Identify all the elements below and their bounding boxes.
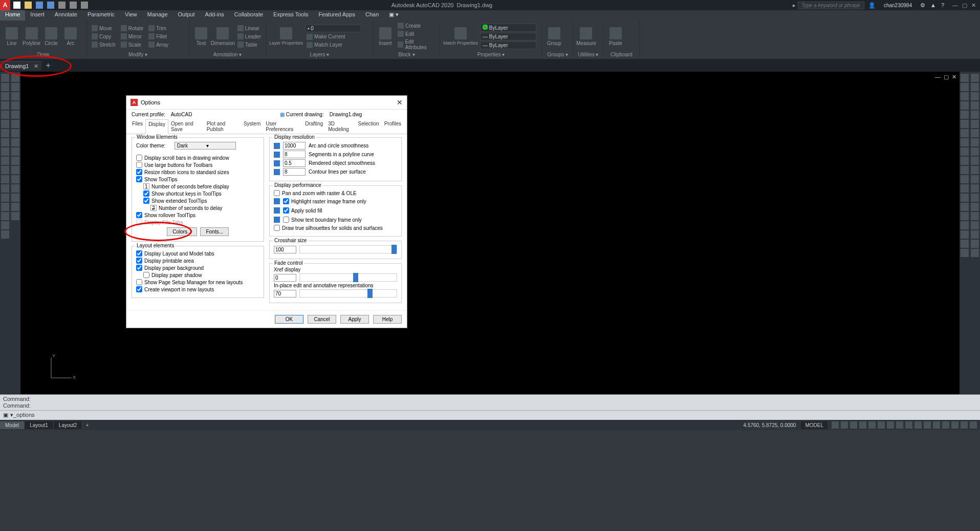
dtab-3d[interactable]: 3D Modeling	[325, 119, 355, 134]
tool-icon[interactable]	[1, 230, 9, 239]
canvas-minimize-icon[interactable]: —	[935, 74, 941, 80]
silhouettes-checkbox[interactable]: Draw true silhouettes for solids and sur…	[274, 225, 397, 231]
tab-parametric[interactable]: Parametric	[82, 10, 120, 20]
tool-icon[interactable]	[971, 111, 979, 119]
tool-icon[interactable]	[961, 74, 969, 82]
tool-icon[interactable]	[1, 83, 9, 91]
tool-icon[interactable]	[961, 221, 969, 229]
status-icon[interactable]	[832, 421, 839, 429]
array-button[interactable]: Array	[147, 41, 170, 48]
xref-fade-slider[interactable]	[299, 273, 397, 282]
dtab-drafting[interactable]: Drafting	[302, 119, 325, 134]
tool-icon[interactable]	[11, 203, 19, 211]
tool-icon[interactable]	[971, 184, 979, 193]
status-icon[interactable]	[868, 421, 876, 429]
insert-block-button[interactable]: Insert	[377, 27, 394, 46]
dimension-button[interactable]: Dimension	[212, 27, 234, 46]
tab-featured[interactable]: Featured Apps	[313, 10, 360, 20]
tab-express[interactable]: Express Tools	[268, 10, 313, 20]
layout-tabs-checkbox[interactable]: Display Layout and Model tabs	[136, 250, 259, 257]
saveas-icon[interactable]	[47, 2, 54, 9]
tool-icon[interactable]	[1, 184, 9, 193]
add-layout-button[interactable]: +	[82, 422, 92, 428]
tool-icon[interactable]	[11, 212, 19, 220]
tool-icon[interactable]	[1, 138, 9, 146]
autocad-logo-icon[interactable]: A	[0, 0, 10, 10]
arc-smoothness-input[interactable]	[283, 142, 306, 150]
dtab-display[interactable]: Display	[145, 119, 168, 134]
tool-icon[interactable]	[971, 230, 979, 239]
rotate-button[interactable]: Rotate	[119, 25, 145, 32]
status-icon[interactable]	[961, 421, 968, 429]
tool-icon[interactable]	[11, 101, 19, 110]
new-tab-button[interactable]: +	[41, 61, 54, 70]
table-button[interactable]: Table	[236, 41, 263, 48]
status-icon[interactable]	[942, 421, 949, 429]
layers-panel-title[interactable]: Layers ▾	[269, 51, 370, 58]
canvas-close-icon[interactable]: ✕	[952, 74, 956, 80]
tool-icon[interactable]	[1, 175, 9, 183]
shortcut-keys-checkbox[interactable]: Show shortcut keys in ToolTips	[143, 190, 259, 197]
tool-icon[interactable]	[1, 101, 9, 110]
utilities-panel-title[interactable]: Utilities ▾	[576, 51, 600, 58]
undo-icon[interactable]	[58, 2, 66, 9]
tab-addins[interactable]: Add-ins	[200, 10, 229, 20]
tool-icon[interactable]	[1, 157, 9, 165]
tool-icon[interactable]	[11, 120, 19, 128]
status-icon[interactable]	[905, 421, 912, 429]
close-tab-icon[interactable]: ✕	[34, 63, 38, 70]
tool-icon[interactable]	[11, 175, 19, 183]
apply-button[interactable]: Apply	[340, 315, 369, 324]
tool-icon[interactable]	[11, 74, 19, 82]
highlight-raster-checkbox[interactable]: Highlight raster image frame only	[283, 198, 366, 204]
help-button[interactable]: Help	[373, 315, 402, 324]
line-button[interactable]: Line	[3, 27, 20, 46]
inplace-fade-input[interactable]	[274, 290, 296, 298]
largebuttons-checkbox[interactable]: Use large buttons for Toolbars	[136, 162, 259, 168]
draw-panel-title[interactable]: Draw	[3, 51, 83, 58]
clipboard-panel-title[interactable]: Clipboard	[607, 51, 636, 58]
create-block-button[interactable]: Create	[396, 22, 437, 29]
cancel-button[interactable]: Cancel	[308, 315, 336, 324]
extended-tooltips-checkbox[interactable]: Show extended ToolTips	[143, 198, 259, 204]
status-icon[interactable]	[914, 421, 922, 429]
lineweight-dropdown[interactable]: — ByLayer	[480, 41, 536, 49]
crosshair-slider[interactable]	[299, 245, 397, 253]
signin-icon[interactable]: 👤	[868, 2, 876, 9]
fonts-button[interactable]: Fonts...	[200, 227, 228, 236]
app-icon[interactable]: ▲	[930, 2, 936, 9]
solid-fill-checkbox[interactable]: Apply solid fill	[283, 207, 322, 214]
mirror-button[interactable]: Mirror	[119, 33, 145, 40]
tool-icon[interactable]	[971, 74, 979, 82]
tool-icon[interactable]	[971, 83, 979, 91]
minimize-button[interactable]: —	[952, 2, 958, 9]
scale-button[interactable]: Scale	[119, 41, 145, 48]
tooltips-checkbox[interactable]: Show ToolTips	[136, 176, 259, 182]
polyline-segments-input[interactable]	[283, 151, 306, 158]
rollover-tooltips-checkbox[interactable]: Show rollover ToolTips	[136, 212, 259, 218]
status-icon[interactable]	[924, 421, 931, 429]
tool-icon[interactable]	[1, 74, 9, 82]
annotation-panel-title[interactable]: Annotation ▾	[192, 51, 263, 58]
print-icon[interactable]	[81, 2, 88, 9]
status-icon[interactable]	[887, 421, 894, 429]
tool-icon[interactable]	[961, 92, 969, 100]
tool-icon[interactable]	[961, 157, 969, 165]
tool-icon[interactable]	[1, 92, 9, 100]
model-mode-button[interactable]: MODEL	[801, 421, 827, 429]
canvas-maximize-icon[interactable]: ▢	[944, 74, 949, 80]
tool-icon[interactable]	[971, 249, 979, 257]
dtab-system[interactable]: System	[241, 119, 263, 134]
tool-icon[interactable]	[961, 138, 969, 146]
tool-icon[interactable]	[971, 129, 979, 137]
printable-area-checkbox[interactable]: Display printable area	[136, 258, 259, 264]
match-layer-button[interactable]: Match Layer	[305, 41, 361, 49]
layout2-tab[interactable]: Layout2	[54, 421, 83, 429]
status-icon[interactable]	[951, 421, 959, 429]
open-icon[interactable]	[25, 2, 32, 9]
tool-icon[interactable]	[11, 166, 19, 174]
tool-icon[interactable]	[1, 147, 9, 156]
tool-icon[interactable]	[961, 230, 969, 239]
leader-button[interactable]: Leader	[236, 33, 263, 40]
keyword-search-input[interactable]	[798, 2, 864, 9]
